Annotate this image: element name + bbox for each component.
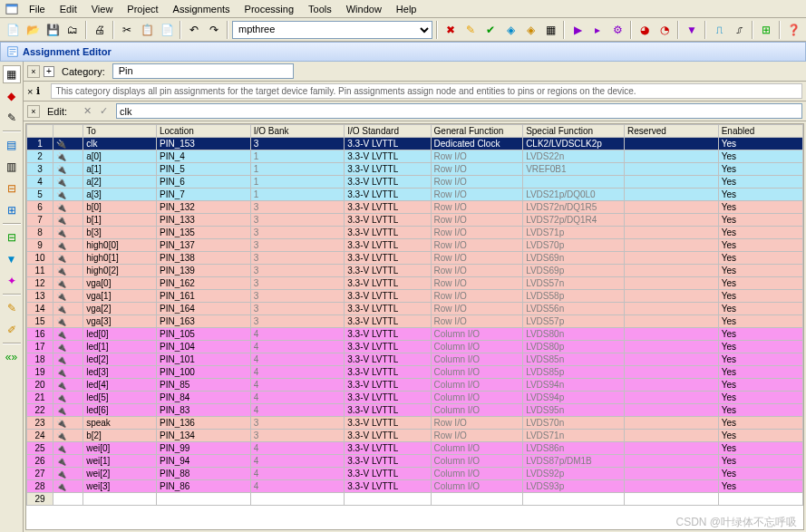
cell[interactable]: LVDS80n (523, 328, 625, 341)
new-button[interactable]: 📄 (4, 21, 22, 39)
cell[interactable]: Row I/O (431, 227, 523, 239)
cell[interactable]: 4 (250, 328, 345, 341)
cell[interactable]: 3 (250, 315, 345, 328)
cell[interactable]: Row I/O (431, 176, 523, 189)
cell[interactable]: 3 (250, 290, 345, 303)
cell[interactable]: PIN_164 (157, 303, 251, 315)
cell[interactable]: Yes (718, 341, 802, 353)
undo-button[interactable]: ↶ (185, 21, 203, 39)
cell[interactable] (625, 366, 719, 379)
cell[interactable]: vga[2] (83, 303, 157, 315)
check2-button[interactable]: ◈ (501, 21, 520, 39)
cell[interactable]: Yes (718, 189, 802, 201)
cell[interactable]: LVDS72p/DQ1R4 (523, 214, 625, 227)
cell[interactable]: 1 (250, 150, 345, 163)
cell[interactable]: Yes (718, 442, 802, 455)
cell[interactable]: PIN_132 (157, 201, 251, 214)
table-row[interactable]: 27🔌wei[2]PIN_8843.3-V LVTTLColumn I/OLVD… (27, 468, 803, 480)
cell[interactable] (523, 176, 625, 189)
col-header[interactable] (53, 125, 83, 138)
tool-view4-icon[interactable]: ⊞ (3, 201, 21, 219)
cell[interactable]: LVDS69p (523, 265, 625, 277)
cell[interactable]: Yes (718, 201, 802, 214)
cell[interactable]: 21 (27, 392, 53, 404)
cell[interactable]: Yes (718, 265, 802, 277)
cell[interactable]: a[3] (83, 189, 157, 201)
cell[interactable]: 3 (250, 214, 345, 227)
cell[interactable]: 🔌 (53, 404, 83, 417)
cell[interactable]: 22 (27, 404, 53, 417)
cell[interactable]: a[1] (83, 163, 157, 176)
cell[interactable]: 3.3-V LVTTL (345, 468, 431, 480)
open-button[interactable]: 📂 (24, 21, 42, 39)
cell[interactable]: 24 (27, 430, 53, 442)
cell[interactable]: 3.3-V LVTTL (345, 480, 431, 493)
table-row[interactable]: 14🔌vga[2]PIN_16433.3-V LVTTLRow I/OLVDS5… (27, 303, 803, 315)
cell[interactable]: a[0] (83, 150, 157, 163)
menu-processing[interactable]: Processing (238, 2, 301, 16)
cell[interactable]: 🔌 (53, 315, 83, 328)
save-all-button[interactable]: 🗂 (63, 21, 82, 39)
copy-button[interactable]: 📋 (138, 21, 156, 39)
cell[interactable]: Row I/O (431, 417, 523, 430)
cell[interactable]: 15 (27, 315, 53, 328)
cell[interactable]: Row I/O (431, 150, 523, 163)
cell[interactable]: 3.3-V LVTTL (345, 163, 431, 176)
cell[interactable]: 🔌 (53, 480, 83, 493)
cell[interactable] (625, 455, 719, 468)
cell[interactable] (625, 430, 719, 442)
cell[interactable]: PIN_4 (157, 150, 251, 163)
table-row[interactable]: 11🔌high0[2]PIN_13933.3-V LVTTLRow I/OLVD… (27, 265, 803, 277)
cell[interactable]: 6 (27, 201, 53, 214)
edit-input[interactable] (116, 103, 802, 119)
cell[interactable]: Row I/O (431, 252, 523, 265)
cell[interactable]: 🔌 (53, 265, 83, 277)
tool-pin-icon[interactable]: ✎ (3, 109, 21, 127)
cell[interactable]: 🔌 (53, 328, 83, 341)
cell[interactable]: 🔌 (53, 303, 83, 315)
tool-expand-icon[interactable]: «» (3, 348, 21, 366)
cell[interactable]: 20 (27, 379, 53, 392)
close-edit-button[interactable]: × (27, 105, 40, 118)
cell[interactable] (625, 138, 719, 150)
table-row[interactable]: 21🔌led[5]PIN_8443.3-V LVTTLColumn I/OLVD… (27, 392, 803, 404)
expand-toggle[interactable]: + (44, 66, 54, 77)
cell[interactable]: 3 (250, 265, 345, 277)
cell[interactable]: 17 (27, 341, 53, 353)
cell[interactable] (625, 303, 719, 315)
cell[interactable]: Yes (718, 328, 802, 341)
cell[interactable]: Row I/O (431, 214, 523, 227)
cell[interactable]: Column I/O (431, 341, 523, 353)
cell[interactable] (625, 176, 719, 189)
cell[interactable]: PIN_136 (157, 417, 251, 430)
cell[interactable]: wei[2] (83, 468, 157, 480)
cell[interactable]: 3.3-V LVTTL (345, 303, 431, 315)
cell[interactable]: 3.3-V LVTTL (345, 290, 431, 303)
cell[interactable]: LVDS71p (523, 227, 625, 239)
cell[interactable]: 3.3-V LVTTL (345, 201, 431, 214)
table-row[interactable]: 17🔌led[1]PIN_10443.3-V LVTTLColumn I/OLV… (27, 341, 803, 353)
menu-assignments[interactable]: Assignments (166, 2, 238, 16)
cell[interactable]: Row I/O (431, 277, 523, 290)
cell[interactable]: Column I/O (431, 366, 523, 379)
cell[interactable]: LVDS80p (523, 341, 625, 353)
paste-button[interactable]: 📄 (158, 21, 176, 39)
tool-brush-icon[interactable]: ✎ (3, 299, 21, 317)
cell[interactable]: Yes (718, 430, 802, 442)
cell[interactable]: 4 (250, 455, 345, 468)
check1-button[interactable]: ✔ (481, 21, 500, 39)
cell[interactable]: 3.3-V LVTTL (345, 315, 431, 328)
cancel-edit-icon[interactable]: ✕ (83, 105, 96, 118)
cell[interactable]: 🔌 (53, 189, 83, 201)
cell[interactable]: LVDS56n (523, 303, 625, 315)
cell[interactable]: 3.3-V LVTTL (345, 353, 431, 366)
cell[interactable]: high0[1] (83, 252, 157, 265)
table-row[interactable]: 2🔌a[0]PIN_413.3-V LVTTLRow I/OLVDS22nYes (27, 150, 803, 163)
cell[interactable]: 3 (27, 163, 53, 176)
cell[interactable]: 3.3-V LVTTL (345, 328, 431, 341)
cell[interactable] (625, 239, 719, 252)
cell[interactable] (625, 252, 719, 265)
table-row[interactable]: 20🔌led[4]PIN_8543.3-V LVTTLColumn I/OLVD… (27, 379, 803, 392)
tool-brush2-icon[interactable]: ✐ (3, 321, 21, 339)
cell[interactable]: Yes (718, 366, 802, 379)
